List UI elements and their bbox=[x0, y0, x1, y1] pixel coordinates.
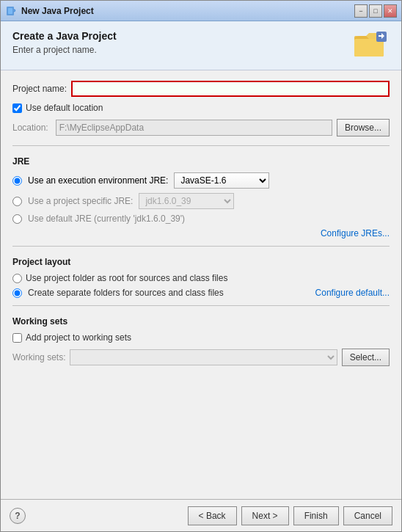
jre-env-dropdown[interactable]: JavaSE-1.6 bbox=[174, 172, 269, 189]
add-to-working-sets-row: Add project to working sets bbox=[12, 332, 390, 343]
jre-option2-label: Use a project specific JRE: bbox=[28, 196, 133, 206]
working-sets-label: Working sets: bbox=[12, 352, 65, 362]
header-subtitle: Enter a project name. bbox=[12, 45, 354, 55]
layout-section-title: Project layout bbox=[12, 257, 390, 267]
jre-option1-radio[interactable] bbox=[12, 176, 22, 186]
window-title: New Java Project bbox=[21, 6, 354, 16]
select-working-sets-button[interactable]: Select... bbox=[342, 349, 390, 366]
location-input[interactable] bbox=[56, 120, 332, 136]
jre-option3-radio[interactable] bbox=[12, 214, 22, 224]
jre-specific-dropdown[interactable]: jdk1.6.0_39 bbox=[139, 193, 234, 209]
window-icon bbox=[5, 5, 17, 17]
use-default-location-row: Use default location bbox=[12, 103, 390, 113]
footer: ? < Back Next > Finish Cancel bbox=[1, 499, 401, 531]
project-layout-section: Project layout Use project folder as roo… bbox=[12, 246, 390, 298]
minimize-button[interactable]: − bbox=[354, 4, 368, 18]
layout-option1-label: Use project folder as root for sources a… bbox=[26, 273, 227, 283]
working-sets-title: Working sets bbox=[12, 316, 390, 327]
project-name-row: Project name: bbox=[12, 81, 390, 97]
java-folder-icon bbox=[354, 30, 390, 59]
back-button[interactable]: < Back bbox=[188, 506, 237, 525]
add-working-sets-label: Add project to working sets bbox=[26, 332, 131, 343]
layout-option2-row: Create separate folders for sources and … bbox=[12, 288, 390, 298]
configure-jres-link[interactable]: Configure JREs... bbox=[321, 228, 390, 238]
use-default-location-label: Use default location bbox=[26, 103, 103, 113]
header-section: Create a Java Project Enter a project na… bbox=[1, 21, 401, 70]
jre-option3-row: Use default JRE (currently 'jdk1.6.0_39'… bbox=[12, 214, 390, 224]
layout-option1-row: Use project folder as root for sources a… bbox=[12, 273, 390, 283]
jre-section: JRE Use an execution environment JRE: Ja… bbox=[12, 145, 390, 238]
jre-option2-radio[interactable] bbox=[12, 197, 22, 206]
finish-button[interactable]: Finish bbox=[293, 506, 339, 525]
working-sets-dropdown[interactable] bbox=[70, 349, 337, 365]
header-title: Create a Java Project bbox=[12, 30, 354, 42]
project-name-input[interactable] bbox=[71, 81, 390, 97]
next-button[interactable]: Next > bbox=[241, 506, 289, 525]
jre-option2-row: Use a project specific JRE: jdk1.6.0_39 bbox=[12, 193, 390, 209]
svg-rect-1 bbox=[8, 8, 12, 14]
cancel-button[interactable]: Cancel bbox=[343, 506, 392, 525]
layout-option2-radio[interactable] bbox=[12, 288, 22, 298]
close-button[interactable]: ✕ bbox=[384, 4, 397, 18]
location-row: Location: Browse... bbox=[12, 119, 390, 136]
header-text: Create a Java Project Enter a project na… bbox=[12, 30, 354, 55]
jre-option3-label: Use default JRE (currently 'jdk1.6.0_39'… bbox=[28, 214, 185, 224]
window: New Java Project − □ ✕ Create a Java Pro… bbox=[0, 0, 402, 532]
layout-option1-radio[interactable] bbox=[12, 274, 22, 283]
configure-default-link[interactable]: Configure default... bbox=[315, 288, 390, 298]
add-working-sets-checkbox[interactable] bbox=[12, 333, 22, 343]
content-area: Project name: Use default location Locat… bbox=[1, 70, 401, 499]
working-sets-input-row: Working sets: Select... bbox=[12, 349, 390, 366]
jre-section-title: JRE bbox=[12, 156, 390, 167]
title-bar-buttons: − □ ✕ bbox=[354, 4, 397, 18]
jre-option1-label: Use an execution environment JRE: bbox=[28, 175, 168, 186]
working-sets-section: Working sets Add project to working sets… bbox=[12, 305, 390, 366]
project-name-label: Project name: bbox=[12, 84, 67, 94]
browse-button[interactable]: Browse... bbox=[337, 119, 390, 136]
maximize-button[interactable]: □ bbox=[369, 4, 382, 18]
help-button[interactable]: ? bbox=[10, 508, 26, 524]
title-bar: New Java Project − □ ✕ bbox=[1, 1, 401, 21]
layout-option2-label: Create separate folders for sources and … bbox=[28, 288, 310, 298]
use-default-location-checkbox[interactable] bbox=[12, 103, 22, 113]
configure-jres-row: Configure JREs... bbox=[12, 228, 390, 238]
location-label: Location: bbox=[12, 123, 48, 133]
jre-option1-row: Use an execution environment JRE: JavaSE… bbox=[12, 172, 390, 189]
